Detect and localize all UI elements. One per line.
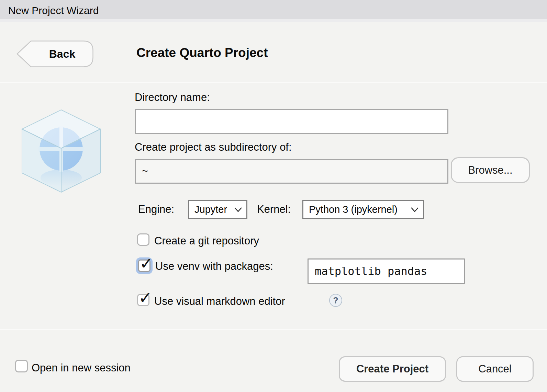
visual-markdown-editor-checkbox[interactable]: ✓ (137, 294, 149, 306)
venv-packages-label: Use venv with packages: (155, 260, 273, 273)
visual-markdown-editor-label: Use visual markdown editor (154, 295, 285, 308)
venv-checkbox[interactable]: ✓ (138, 260, 150, 272)
help-icon-glyph: ? (333, 296, 338, 305)
engine-label: Engine: (138, 203, 174, 216)
create-project-button[interactable]: Create Project (339, 356, 446, 382)
engine-dropdown[interactable]: Jupyter (188, 200, 247, 219)
help-icon[interactable]: ? (329, 294, 342, 307)
chevron-down-icon (411, 207, 419, 212)
new-project-wizard-dialog: New Project Wizard Back Create Quarto Pr… (0, 0, 547, 392)
directory-name-label: Directory name: (135, 91, 210, 104)
directory-name-input[interactable] (135, 109, 448, 134)
header-divider (0, 82, 547, 83)
open-in-new-session-label: Open in new session (32, 362, 131, 374)
venv-packages-input[interactable] (308, 258, 465, 284)
check-icon: ✓ (138, 289, 152, 306)
title-bar: New Project Wizard (0, 0, 547, 22)
cube-icon (22, 110, 100, 192)
subdirectory-label: Create project as subdirectory of: (135, 141, 292, 153)
git-repository-label: Create a git repository (154, 235, 259, 247)
page-title: Create Quarto Project (136, 46, 268, 60)
kernel-dropdown-value: Python 3 (ipykernel) (309, 204, 398, 215)
git-repository-checkbox[interactable] (137, 233, 149, 246)
quarto-logo (16, 108, 107, 194)
open-in-new-session-checkbox[interactable] (15, 360, 28, 372)
kernel-dropdown[interactable]: Python 3 (ipykernel) (302, 200, 424, 219)
back-button[interactable]: Back (16, 41, 93, 67)
back-button-label: Back (31, 41, 93, 67)
window-title: New Project Wizard (8, 0, 99, 21)
engine-dropdown-value: Jupyter (194, 204, 227, 215)
chevron-down-icon (234, 207, 242, 212)
check-icon: ✓ (139, 255, 153, 272)
subdirectory-input[interactable] (135, 159, 448, 184)
browse-button[interactable]: Browse... (451, 157, 530, 183)
footer-divider (0, 329, 547, 330)
kernel-label: Kernel: (257, 203, 291, 216)
venv-checkbox-focus-ring: ✓ (136, 257, 153, 274)
cancel-button[interactable]: Cancel (456, 356, 534, 382)
